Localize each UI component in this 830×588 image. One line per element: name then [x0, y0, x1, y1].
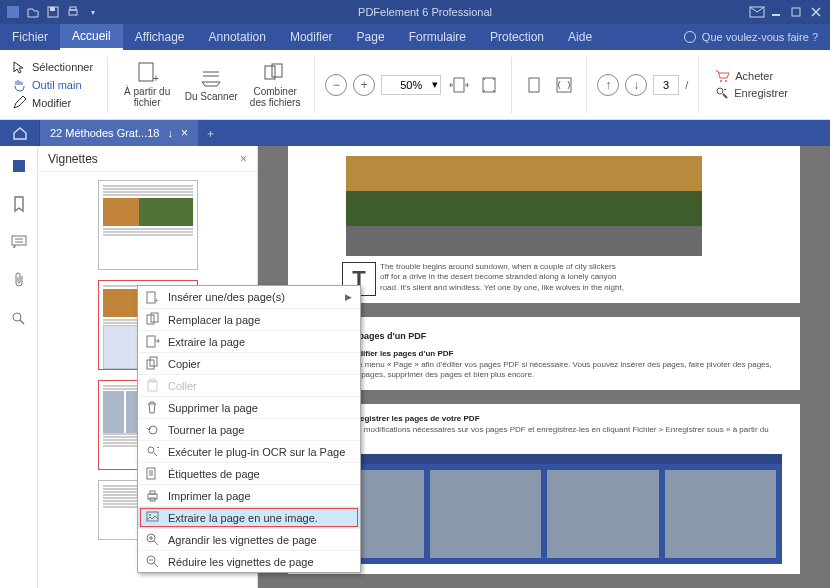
tab-close-icon[interactable]: ×	[181, 126, 188, 140]
image-export-icon	[144, 510, 160, 526]
replace-page-icon	[144, 312, 160, 328]
zoom-out-icon	[144, 554, 160, 570]
mail-icon[interactable]	[750, 5, 764, 19]
ctx-page-labels[interactable]: Étiquettes de page	[138, 462, 360, 484]
document-tab[interactable]: 22 Méthodes Grat...18 ↓ ×	[40, 120, 198, 146]
svg-rect-14	[454, 78, 464, 92]
svg-rect-17	[557, 78, 571, 92]
body-text: Appliquez les modifications nécessaires …	[306, 425, 782, 446]
view-single-button[interactable]	[522, 73, 546, 97]
ctx-label: Étiquettes de page	[168, 468, 260, 480]
svg-text:+: +	[154, 296, 159, 305]
hand-tool[interactable]: Outil main	[8, 77, 97, 93]
svg-line-27	[20, 320, 24, 324]
page-number-input[interactable]: 3	[653, 75, 679, 95]
paste-icon	[144, 378, 160, 394]
trash-icon	[144, 400, 160, 416]
download-icon: ↓	[167, 127, 173, 139]
ctx-print-page[interactable]: Imprimer la page	[138, 484, 360, 506]
ctx-label: Tourner la page	[168, 424, 244, 436]
bookmarks-panel-button[interactable]	[9, 194, 29, 214]
ctx-copy[interactable]: Copier	[138, 352, 360, 374]
app-icon	[6, 5, 20, 19]
buy-button[interactable]: Acheter	[715, 70, 788, 82]
svg-rect-44	[150, 491, 155, 494]
panel-close-icon[interactable]: ×	[240, 152, 247, 166]
insert-page-icon: +	[144, 289, 160, 305]
image-placeholder	[103, 198, 193, 226]
menu-modifier[interactable]: Modifier	[278, 24, 345, 50]
page-up-button[interactable]: ↑	[597, 74, 619, 96]
ctx-reduce-thumbs[interactable]: Réduire les vignettes de page	[138, 550, 360, 572]
comments-panel-button[interactable]	[9, 232, 29, 252]
print-icon	[144, 488, 160, 504]
heading: Modifier les pages d'un PDF	[306, 331, 782, 341]
register-label: Enregistrer	[734, 87, 788, 99]
svg-rect-16	[529, 78, 539, 92]
thumbnails-panel-button[interactable]	[9, 156, 29, 176]
tool-mode-group: Sélectionner Outil main Modifier	[8, 59, 97, 111]
combine-label: Combiner des fichiers	[246, 86, 304, 108]
from-file-button[interactable]: + À partir du fichier	[118, 62, 176, 108]
register-button[interactable]: Enregistrer	[715, 86, 788, 99]
print-icon[interactable]	[66, 5, 80, 19]
scanner-button[interactable]: Du Scanner	[182, 67, 240, 102]
ctx-extract-page[interactable]: Extraire la page	[138, 330, 360, 352]
close-button[interactable]	[808, 4, 824, 20]
minimize-button[interactable]	[768, 4, 784, 20]
submenu-arrow-icon: ▶	[345, 292, 352, 302]
svg-rect-23	[12, 236, 26, 245]
thumbnail-context-menu: + Insérer une/des page(s) ▶ Remplacer la…	[137, 285, 361, 573]
menu-annotation[interactable]: Annotation	[197, 24, 278, 50]
tell-me-placeholder: Que voulez-vous faire ?	[702, 31, 818, 43]
ctx-label: Remplacer la page	[168, 314, 260, 326]
menu-protection[interactable]: Protection	[478, 24, 556, 50]
menu-formulaire[interactable]: Formulaire	[397, 24, 478, 50]
edit-tool[interactable]: Modifier	[8, 95, 97, 111]
ctx-insert-pages[interactable]: + Insérer une/des page(s) ▶	[138, 286, 360, 308]
ctx-rotate-page[interactable]: Tourner la page	[138, 418, 360, 440]
ctx-label: Insérer une/des page(s)	[168, 291, 285, 303]
view-continuous-button[interactable]	[552, 73, 576, 97]
page-down-button[interactable]: ↓	[625, 74, 647, 96]
fit-width-button[interactable]	[447, 73, 471, 97]
fit-page-button[interactable]	[477, 73, 501, 97]
zoom-out-button[interactable]: −	[325, 74, 347, 96]
bulb-icon	[684, 31, 696, 43]
select-tool[interactable]: Sélectionner	[8, 59, 97, 75]
menu-aide[interactable]: Aide	[556, 24, 604, 50]
save-icon[interactable]	[46, 5, 60, 19]
svg-line-54	[154, 563, 158, 567]
ctx-extract-page-image[interactable]: Extraire la page en une image.	[138, 506, 360, 528]
thumbnail-page-1[interactable]	[98, 180, 198, 270]
open-icon[interactable]	[26, 5, 40, 19]
hand-label: Outil main	[32, 79, 82, 91]
new-tab-button[interactable]: ＋	[198, 126, 224, 141]
tell-me-box[interactable]: Que voulez-vous faire ?	[672, 31, 830, 43]
menu-affichage[interactable]: Affichage	[123, 24, 197, 50]
divider	[698, 57, 699, 113]
zoom-level-input[interactable]: 50%▾	[381, 75, 441, 95]
svg-line-38	[154, 453, 157, 456]
maximize-button[interactable]	[788, 4, 804, 20]
menu-page[interactable]: Page	[345, 24, 397, 50]
combine-button[interactable]: Combiner des fichiers	[246, 62, 304, 108]
search-panel-button[interactable]	[9, 308, 29, 328]
ctx-label: Extraire la page en une image.	[168, 512, 318, 524]
ctx-delete-page[interactable]: Supprimer la page	[138, 396, 360, 418]
attachments-panel-button[interactable]	[9, 270, 29, 290]
window-controls	[744, 4, 830, 20]
svg-rect-7	[792, 8, 800, 16]
ctx-enlarge-thumbs[interactable]: Agrandir les vignettes de page	[138, 528, 360, 550]
home-tab-button[interactable]	[0, 120, 40, 146]
ctx-ocr-page[interactable]: Exécuter le plug-in OCR sur la Page	[138, 440, 360, 462]
zoom-in-button[interactable]: +	[353, 74, 375, 96]
buy-register-group: Acheter Enregistrer	[709, 70, 788, 99]
menu-accueil[interactable]: Accueil	[60, 24, 123, 50]
ctx-replace-page[interactable]: Remplacer la page	[138, 308, 360, 330]
svg-rect-0	[7, 6, 19, 18]
menu-fichier[interactable]: Fichier	[0, 24, 60, 50]
svg-rect-4	[70, 7, 76, 10]
ribbon: Sélectionner Outil main Modifier + À par…	[0, 50, 830, 120]
qat-dropdown-icon[interactable]: ▾	[86, 5, 100, 19]
